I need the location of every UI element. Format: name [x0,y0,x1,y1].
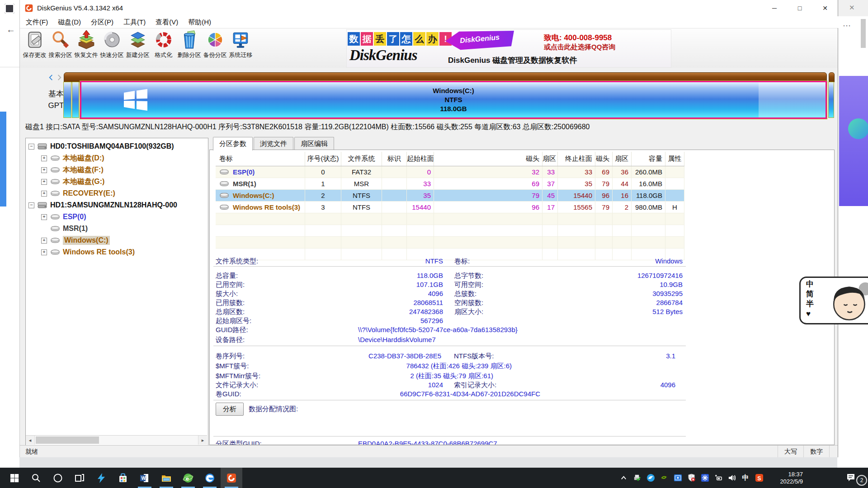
sogou-icon[interactable]: S [752,474,766,482]
taskbar-diskgenius-button[interactable] [221,468,242,488]
taskbar-cortana-button[interactable] [47,468,69,488]
nav-left-icon[interactable] [48,74,55,81]
partition-bar-esp[interactable] [64,82,71,117]
power-plug-icon[interactable] [712,474,725,482]
chevron-up-icon[interactable] [617,474,630,482]
close-button[interactable]: ✕ [812,0,838,16]
horizontal-scrollbar[interactable]: ◂ ▸ [26,435,207,445]
tree-item-3[interactable]: +本地磁盘(G:) [41,176,104,188]
tree-item-7[interactable]: MSR(1) [41,223,88,235]
background-more-icon[interactable]: ⋯ [843,21,851,31]
tree-item-1[interactable]: +本地磁盘(D:) [41,152,104,164]
partition-bar-windows-c[interactable]: Windows(C:) NTFS 118.0GB [80,81,827,119]
expander-plus-icon[interactable]: + [41,214,47,220]
column-header-7[interactable]: 终止柱面 [558,152,595,166]
minimize-button[interactable]: ─ [762,0,787,16]
taskbar-flash-app-button[interactable] [90,468,112,488]
expander-minus-icon[interactable]: − [28,202,34,208]
toolbar-button-1[interactable]: 搜索分区 [47,29,73,67]
column-header-0[interactable]: 卷标 [216,152,305,166]
expander-plus-icon[interactable]: + [41,238,47,244]
menu-item-3[interactable]: 工具(T) [118,16,151,28]
toolbar-button-5[interactable]: 格式化 [151,29,176,67]
menu-item-5[interactable]: 帮助(H) [183,16,216,28]
partition-bar-msr[interactable] [72,82,79,117]
scroll-left-button[interactable]: ◂ [26,436,35,445]
expander-plus-icon[interactable]: + [41,155,47,161]
column-header-4[interactable]: 起始柱面 [407,152,434,166]
taskbar-task-view-button[interactable] [69,468,90,488]
column-header-5[interactable]: 磁头 [434,152,542,166]
banner-qq-link[interactable]: 或点击此处选择QQ咨询 [544,43,615,52]
column-header-2[interactable]: 文件系统 [341,152,382,166]
tree-item-8[interactable]: +Windows(C:) [41,235,110,246]
taskbar-word-button[interactable]: W [134,468,156,488]
tab-2[interactable]: 扇区编辑 [294,137,334,150]
partition-bar-re-tools[interactable] [829,82,834,117]
table-row-6[interactable] [216,237,684,249]
ad-banner[interactable]: 数据丢了怎么办! DiskGenius DiskGenius 致电: 400-0… [346,29,671,68]
nav-right-icon[interactable] [56,74,62,81]
taskbar-clock[interactable]: 18:37 2022/5/9 [770,471,803,485]
back-arrow-icon[interactable]: ← [6,24,15,35]
column-header-9[interactable]: 扇区 [613,152,632,166]
ime-lang-icon[interactable]: 中 [739,474,752,482]
column-header-1[interactable]: 序号(状态) [305,152,341,166]
menu-item-0[interactable]: 文件(F) [21,16,53,28]
toolbar-button-0[interactable]: 保存更改 [22,29,47,67]
taskbar-file-explorer-button[interactable] [156,468,177,488]
intel-graphics-icon[interactable] [671,474,684,482]
table-row-0[interactable]: ESP(0)0FAT3203233336936260.0MB [216,166,684,178]
column-header-8[interactable]: 磁头 [595,152,613,166]
tab-0[interactable]: 分区参数 [213,137,253,150]
toolbar-button-3[interactable]: 快速分区 [99,29,125,67]
scrollbar-track[interactable] [35,436,198,445]
expander-minus-icon[interactable]: − [28,144,34,150]
tree-item-0[interactable]: −HD0:TOSHIBAMQ04ABF100(932GB) [28,141,174,152]
analyze-button[interactable]: 分析 [216,403,244,416]
table-row-2[interactable]: Windows(C:)2NTFS357945154409616118.0GB [216,190,684,202]
expander-plus-icon[interactable]: + [41,179,47,185]
table-row-3[interactable]: Windows RE tools(3)3NTFS1544096171556579… [216,202,684,213]
taskbar-ie-browser-button[interactable]: e [177,468,199,488]
volume-icon[interactable] [725,474,739,482]
notification-center[interactable]: 2 [845,468,863,488]
toolbar-button-2[interactable]: 恢复文件 [73,29,99,67]
defender-alert-icon[interactable] [684,474,698,482]
table-row-4[interactable] [216,213,684,225]
column-header-6[interactable]: 扇区 [542,152,558,166]
bird-app-icon[interactable] [644,474,657,482]
background-close-icon[interactable]: ✕ [849,4,855,12]
taskbar-edge-button[interactable] [199,468,221,488]
expander-plus-icon[interactable]: + [41,167,47,173]
menu-item-4[interactable]: 查看(V) [151,16,183,28]
expander-plus-icon[interactable]: + [41,249,47,255]
maximize-button[interactable]: □ [787,0,812,16]
printer-check-icon[interactable] [630,474,644,482]
toolbar-button-4[interactable]: 新建分区 [125,29,151,67]
snowflake-icon[interactable] [698,474,712,482]
menu-item-2[interactable]: 分区(P) [86,16,118,28]
taskbar-store-button[interactable] [112,468,134,488]
tree-item-6[interactable]: +ESP(0) [41,211,86,223]
expander-plus-icon[interactable]: + [41,191,47,197]
toolbar-button-6[interactable]: 删除分区 [176,29,202,67]
background-scrollbar[interactable] [861,19,866,48]
column-header-11[interactable]: 属性 [665,152,684,166]
ime-status-panel[interactable]: 中 简 半 ♥ [799,277,868,324]
scroll-right-button[interactable]: ▸ [198,436,207,445]
tree-item-9[interactable]: +Windows RE tools(3) [41,246,135,258]
column-header-3[interactable]: 标识 [382,152,407,166]
table-row-5[interactable] [216,225,684,237]
scrollbar-thumb[interactable] [36,436,99,444]
menu-item-1[interactable]: 磁盘(D) [53,16,86,28]
table-row-1[interactable]: MSR(1)1MSR33693735794416.0MB [216,178,684,190]
toolbar-button-7[interactable]: 备份分区 [202,29,228,67]
tree-item-5[interactable]: −HD1:SAMSUNGMZNLN128HAHQ-000 [28,199,177,211]
column-header-10[interactable]: 容量 [632,152,665,166]
tree-item-2[interactable]: +本地磁盘(F:) [41,164,104,176]
tab-1[interactable]: 浏览文件 [254,137,293,150]
nvidia-icon[interactable] [657,474,671,482]
taskbar-search-button[interactable] [25,468,47,488]
toolbar-button-8[interactable]: 系统迁移 [228,29,254,67]
